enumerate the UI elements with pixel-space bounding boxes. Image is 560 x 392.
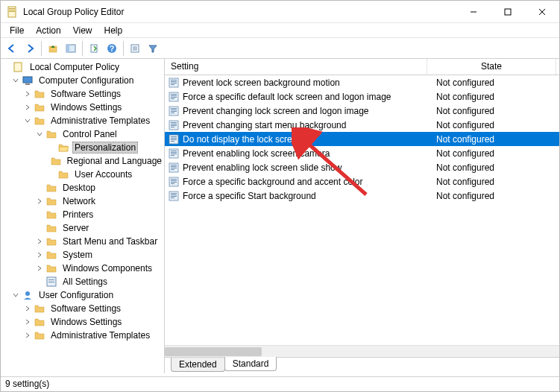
svg-rect-57 <box>171 166 177 167</box>
back-button[interactable] <box>4 40 20 57</box>
tree-label: Local Computer Policy <box>28 61 122 73</box>
setting-icon <box>168 162 180 174</box>
tree-uc-admin[interactable]: Administrative Templates <box>1 329 164 342</box>
properties-button[interactable] <box>127 40 143 57</box>
chevron-down-icon[interactable] <box>11 76 20 85</box>
list-body: Prevent lock screen background motionNot… <box>165 75 559 345</box>
tree-system[interactable]: System <box>1 248 164 262</box>
filter-button[interactable] <box>145 40 161 57</box>
svg-rect-69 <box>171 197 174 198</box>
tree-cc-software[interactable]: Software Settings <box>1 87 164 101</box>
svg-rect-63 <box>171 182 177 183</box>
tree-label: Windows Settings <box>48 101 124 113</box>
twisty-icon[interactable] <box>47 170 56 179</box>
chevron-right-icon[interactable] <box>23 317 32 326</box>
chevron-right-icon[interactable] <box>35 264 44 273</box>
svg-rect-19 <box>23 77 32 83</box>
tree-cc-admin[interactable]: Administrative Templates <box>1 114 164 127</box>
chevron-down-icon[interactable] <box>11 291 20 300</box>
tree-control-panel[interactable]: Control Panel <box>1 127 164 141</box>
cell-setting: Prevent changing start menu background <box>183 120 430 130</box>
tree-label: System <box>60 249 95 261</box>
list-row[interactable]: Prevent lock screen background motionNot… <box>165 75 559 89</box>
menu-help[interactable]: Help <box>98 24 129 37</box>
svg-rect-54 <box>171 155 174 156</box>
list-row[interactable]: Force a specific default lock screen and… <box>165 89 559 104</box>
help-button[interactable]: ? <box>104 40 120 57</box>
tree-start-taskbar[interactable]: Start Menu and Taskbar <box>1 235 164 248</box>
folder-icon <box>50 155 62 167</box>
tree-user-config[interactable]: User Configuration <box>1 288 164 302</box>
computer-icon <box>22 75 34 86</box>
tree-uc-software[interactable]: Software Settings <box>1 302 164 315</box>
chevron-down-icon[interactable] <box>35 130 44 139</box>
column-state[interactable]: State <box>427 59 556 75</box>
chevron-right-icon[interactable] <box>23 103 32 112</box>
tree-network[interactable]: Network <box>1 195 164 208</box>
list-row[interactable]: Prevent enabling lock screen cameraNot c… <box>165 146 559 160</box>
twisty-icon[interactable] <box>47 157 48 165</box>
maximize-button[interactable] <box>491 1 525 23</box>
svg-rect-3 <box>9 11 15 12</box>
cell-state: Not configured <box>430 148 559 159</box>
tree-cc-windows[interactable]: Windows Settings <box>1 101 164 114</box>
minimize-button[interactable] <box>456 1 491 23</box>
list-row[interactable]: Prevent changing start menu backgroundNo… <box>165 118 559 132</box>
close-button[interactable] <box>525 1 559 23</box>
chevron-right-icon[interactable] <box>23 304 32 313</box>
twisty-icon[interactable] <box>35 224 44 233</box>
folder-icon <box>45 209 57 221</box>
menu-action[interactable]: Action <box>30 24 66 37</box>
chevron-right-icon[interactable] <box>35 237 44 246</box>
setting-icon <box>168 119 180 131</box>
twisty-icon[interactable] <box>2 63 11 72</box>
tree-regional[interactable]: Regional and Language <box>1 154 164 168</box>
export-button[interactable] <box>86 40 102 57</box>
svg-rect-31 <box>171 94 177 95</box>
folder-icon <box>45 262 57 274</box>
tree-personalization[interactable]: Personalization <box>1 141 164 154</box>
list-header: Setting State <box>165 59 559 75</box>
tab-standard[interactable]: Standard <box>224 357 277 371</box>
tree-win-components[interactable]: Windows Components <box>1 262 164 275</box>
separator <box>82 41 83 56</box>
up-button[interactable] <box>45 40 61 57</box>
tree-label: Start Menu and Taskbar <box>60 235 160 247</box>
menu-file[interactable]: File <box>4 24 30 37</box>
tree-uc-windows[interactable]: Windows Settings <box>1 315 164 329</box>
chevron-right-icon[interactable] <box>23 89 32 98</box>
list-row[interactable]: Prevent enabling lock screen slide showN… <box>165 160 559 174</box>
show-tree-button[interactable] <box>63 40 79 57</box>
tree-computer-config[interactable]: Computer Configuration <box>1 74 164 87</box>
list-row[interactable]: Prevent changing lock screen and logon i… <box>165 104 559 118</box>
tree-server[interactable]: Server <box>1 221 164 235</box>
scrollbar-thumb[interactable] <box>165 347 262 356</box>
chevron-right-icon[interactable] <box>35 197 44 206</box>
tree-printers[interactable]: Printers <box>1 208 164 221</box>
horizontal-scrollbar[interactable] <box>165 345 559 357</box>
list-row[interactable]: Force a specific background and accent c… <box>165 174 559 189</box>
svg-rect-20 <box>25 83 30 85</box>
tab-extended[interactable]: Extended <box>171 358 225 372</box>
chevron-right-icon[interactable] <box>35 250 44 259</box>
menu-view[interactable]: View <box>67 24 98 37</box>
svg-rect-27 <box>171 81 177 82</box>
svg-text:?: ? <box>110 45 114 53</box>
svg-rect-49 <box>171 141 174 142</box>
column-setting[interactable]: Setting <box>165 59 427 75</box>
tree-user-accounts[interactable]: User Accounts <box>1 168 164 181</box>
forward-button[interactable] <box>22 40 38 57</box>
twisty-icon[interactable] <box>35 210 44 219</box>
list-row[interactable]: Do not display the lock screenNot config… <box>165 132 559 146</box>
twisty-icon[interactable] <box>47 143 56 152</box>
twisty-icon[interactable] <box>35 277 44 286</box>
app-icon <box>7 6 19 18</box>
tree-root-node[interactable]: Local Computer Policy <box>1 60 164 74</box>
tree-desktop[interactable]: Desktop <box>1 181 164 195</box>
chevron-down-icon[interactable] <box>23 116 32 125</box>
chevron-right-icon[interactable] <box>23 331 32 340</box>
list-row[interactable]: Force a specific Start backgroundNot con… <box>165 189 559 203</box>
tree-all-settings[interactable]: All Settings <box>1 275 164 288</box>
twisty-icon[interactable] <box>35 183 44 192</box>
setting-icon <box>168 190 180 202</box>
